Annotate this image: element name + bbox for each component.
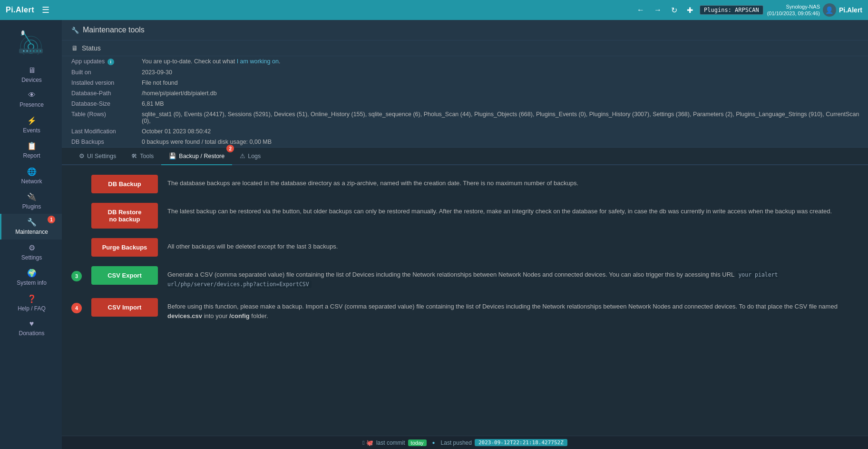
helpfaq-icon: ❓: [27, 294, 37, 303]
status-row-dbbackups: DB Backups 0 backups were found / total …: [62, 137, 868, 147]
status-label-dbbackups: DB Backups: [62, 137, 138, 147]
ui-settings-icon: ⚙: [79, 152, 85, 160]
status-table: App updates i You are up-to-date. Check …: [62, 56, 868, 147]
sidebar-label-presence: Presence: [20, 101, 44, 108]
action-row-purge: Purge Backups All other backups will be …: [71, 238, 858, 257]
footer-dot: ●: [432, 440, 435, 445]
topbar-app-name: Pi.Alert: [839, 6, 862, 14]
status-row-appupdates: App updates i You are up-to-date. Check …: [62, 56, 868, 67]
status-value-version: File not found: [138, 78, 868, 88]
tab-tools[interactable]: 🛠 Tools: [124, 148, 161, 165]
sidebar-item-presence[interactable]: 👁 Presence: [0, 87, 62, 112]
user-datetime: (01/10/2023, 09:05:46): [767, 10, 820, 17]
user-server: Synology-NAS: [767, 3, 820, 10]
app-body: 🖥 Devices 👁 Presence ⚡ Events 📋 Report 🌐…: [0, 20, 868, 449]
sidebar-label-report: Report: [23, 152, 40, 159]
config-folder-bold: /config: [229, 312, 250, 319]
backup-restore-icon: 💾: [169, 152, 176, 160]
status-value-dbpath: /home/pi/pialert/db/pialert.db: [138, 88, 868, 99]
logo-icon: [14, 29, 48, 55]
network-icon: 🌐: [27, 167, 37, 176]
db-backup-button[interactable]: DB Backup: [91, 175, 158, 193]
sidebar-item-events[interactable]: ⚡ Events: [0, 112, 62, 138]
nav-refresh-button[interactable]: ↻: [668, 4, 680, 17]
commit-label: last commit: [376, 439, 405, 446]
tab-label-ui-settings: UI Settings: [87, 153, 116, 160]
sidebar-item-plugins[interactable]: 🔌 Plugins: [0, 189, 62, 214]
sidebar-label-maintenance: Maintenance: [15, 229, 48, 235]
main-content: 🔧 Maintenance tools 🖥 Status App updates…: [62, 20, 868, 449]
sidebar-item-settings[interactable]: ⚙ Settings: [0, 239, 62, 265]
sidebar-label-network: Network: [21, 178, 42, 185]
tab-label-backup-restore: Backup / Restore: [179, 153, 224, 160]
sidebar-item-report[interactable]: 📋 Report: [0, 138, 62, 163]
settings-icon: ⚙: [29, 243, 35, 252]
sidebar-item-maintenance[interactable]: 1 🔧 Maintenance: [0, 214, 62, 239]
csv-import-button[interactable]: CSV Import: [91, 298, 158, 317]
status-label-dbpath: Database-Path: [62, 88, 138, 99]
sidebar-label-devices: Devices: [21, 77, 42, 83]
actions-area: DB Backup The database backups are locat…: [62, 165, 868, 436]
sidebar-label-events: Events: [23, 127, 40, 134]
github-icon:  🐙: [362, 439, 373, 446]
status-value-dbbackups: 0 backups were found / total disk usage:…: [138, 137, 868, 147]
csv-export-url: your pialert url/php/server/devices.php?…: [167, 271, 778, 288]
sidebar-item-systeminfo[interactable]: 🌍 System info: [0, 265, 62, 290]
footer-commit:  🐙 last commit today: [362, 439, 426, 446]
commit-today-badge: today: [408, 439, 427, 446]
donations-icon: ♥: [29, 319, 34, 328]
sidebar-item-devices[interactable]: 🖥 Devices: [0, 62, 62, 87]
status-row-lastmod: Last Modification October 01 2023 08:50:…: [62, 126, 868, 137]
tab-backup-restore[interactable]: 💾 Backup / Restore 2: [161, 148, 232, 165]
status-value-appupdates: You are up-to-date. Check out what I am …: [138, 56, 868, 67]
sidebar-label-systeminfo: System info: [17, 279, 47, 286]
status-label-version: Installed version: [62, 78, 138, 88]
svg-point-12: [37, 50, 38, 52]
action-row-csvimport: 4 CSV Import Before using this function,…: [71, 298, 858, 320]
status-row-builton: Built on 2023-09-30: [62, 67, 868, 78]
pushed-label: Last pushed: [441, 439, 472, 446]
sidebar-logo: [0, 24, 62, 62]
info-icon[interactable]: i: [107, 59, 114, 65]
sidebar-item-helpfaq[interactable]: ❓ Help / FAQ: [0, 290, 62, 316]
status-value-dbsize: 6,81 MB: [138, 99, 868, 109]
devices-icon: 🖥: [28, 66, 36, 75]
hamburger-icon[interactable]: ☰: [42, 5, 49, 15]
db-restore-description: The latest backup can be restored via th…: [167, 203, 832, 216]
user-details: Synology-NAS (01/10/2023, 09:05:46): [767, 3, 820, 17]
status-row-dbsize: Database-Size 6,81 MB: [62, 99, 868, 109]
status-row-version: Installed version File not found: [62, 78, 868, 88]
events-icon: ⚡: [27, 116, 37, 125]
action-row-dbbackup: DB Backup The database backups are locat…: [71, 175, 858, 193]
nav-back-button[interactable]: ←: [634, 4, 647, 16]
tab-logs[interactable]: ⚠ Logs: [232, 148, 268, 165]
sidebar-item-network[interactable]: 🌐 Network: [0, 163, 62, 189]
sidebar-label-helpfaq: Help / FAQ: [18, 305, 46, 312]
status-label-builton: Built on: [62, 67, 138, 78]
status-label-tablerows: Table (Rows): [62, 109, 138, 126]
working-on-link[interactable]: I am working on: [237, 58, 279, 65]
purge-backups-button[interactable]: Purge Backups: [91, 238, 158, 257]
status-value-builton: 2023-09-30: [138, 67, 868, 78]
csv-import-description: Before using this function, please make …: [167, 298, 858, 320]
svg-point-13: [40, 50, 41, 52]
sidebar-label-plugins: Plugins: [22, 203, 41, 210]
sidebar-label-donations: Donations: [19, 330, 44, 337]
app-brand: Pi.Alert: [6, 6, 34, 14]
maintenance-icon: 🔧: [27, 218, 37, 227]
nav-add-button[interactable]: ✚: [684, 4, 696, 17]
svg-point-6: [21, 30, 24, 35]
report-icon: 📋: [27, 141, 37, 150]
tab-ui-settings[interactable]: ⚙ UI Settings: [71, 148, 124, 165]
csv-export-description: Generate a CSV (comma separated value) f…: [167, 266, 858, 289]
nav-forward-button[interactable]: →: [651, 4, 664, 16]
db-backup-description: The database backups are located in the …: [167, 175, 578, 188]
action-row-csvexport: 3 CSV Export Generate a CSV (comma separ…: [71, 266, 858, 289]
systeminfo-icon: 🌍: [27, 269, 37, 278]
db-restore-button[interactable]: DB Restore no backup: [91, 203, 158, 229]
csv-export-button[interactable]: CSV Export: [91, 266, 158, 285]
svg-point-10: [30, 50, 31, 52]
sidebar-item-donations[interactable]: ♥ Donations: [0, 316, 62, 340]
status-value-tablerows: sqlite_stat1 (0), Events (24417), Sessio…: [138, 109, 868, 126]
status-header: 🖥 Status: [62, 40, 868, 56]
